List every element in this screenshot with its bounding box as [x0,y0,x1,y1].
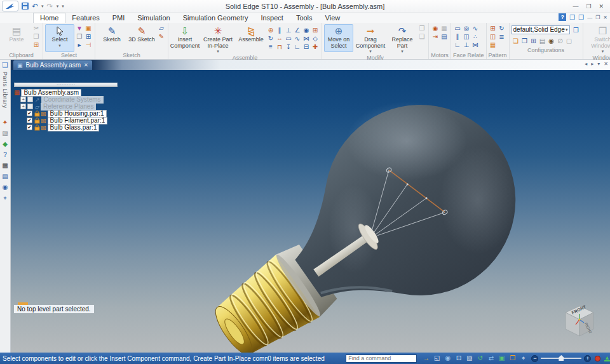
pathfinder-drag-handle[interactable]: ··········· [14,83,118,87]
rendering-icon[interactable]: ▩ [1,162,10,170]
close-button[interactable]: ✕ [599,3,604,10]
save-button[interactable] [22,3,29,10]
angle-face-icon[interactable]: ⊥ [462,41,471,49]
rotate-relation-icon[interactable]: ↻ [266,34,275,43]
bulb-glass-checkbox[interactable]: ✔ [27,125,32,130]
sketch-tools-icon[interactable]: ✎ [157,32,166,41]
parts-library-icon[interactable]: ❏ [2,61,8,69]
tab-view[interactable]: View [319,13,347,23]
document-tab-close-icon[interactable]: ✕ [84,62,88,68]
drag-component-button[interactable]: ➞ Drag Component ▾ [354,24,387,55]
insert-component-button[interactable]: ⇩ Insert Component [170,24,200,52]
tangent-face-icon[interactable]: ∿ [471,24,480,32]
paste-component-icon[interactable]: ⊞ [32,41,41,49]
tree-row-bulb-filament[interactable]: ✔ ▧ Bulb Filament.par:1 [14,117,123,124]
tree-row-bulb-housing[interactable]: ✔ ▧ Bulb Housing.par:1 [14,110,123,117]
parallel-icon[interactable]: ≡ [266,43,275,51]
copy-icon[interactable]: ❐ [32,32,41,41]
configuration-combobox[interactable]: default,Solid Edge ▾ [512,25,570,34]
motor-group-icon[interactable]: ▤ [440,32,449,41]
view-orientation-cube[interactable]: FRONT RIGHT [559,302,600,342]
move-on-select-button[interactable]: ⊕ Move on Select [324,24,353,52]
save-configuration-icon[interactable]: ❒ [572,26,581,34]
window-cascade-icon[interactable]: ❐ [569,14,575,21]
select-grid-icon[interactable]: ⊞ [84,32,93,41]
doc-minimize-button[interactable]: — [587,15,592,20]
circular-pattern-icon[interactable]: ↻ [498,24,506,32]
zoom-icon[interactable]: ◉ [444,354,452,362]
feature-library-icon[interactable]: ✦ [1,119,10,126]
goal-seek-icon[interactable]: ⌖ [1,194,10,202]
symmetric-face-icon[interactable]: ⋈ [471,41,480,49]
linear-motor-icon[interactable]: ⇥ [431,32,440,41]
zoom-out-icon[interactable]: − [531,355,538,362]
window-tile-icon[interactable]: ❐ [578,14,584,21]
activate-part-icon[interactable]: ▸ [75,41,84,49]
planar-icon[interactable]: ▭ [284,34,293,43]
planar-align-icon[interactable]: ⊥ [284,26,293,34]
transfer-icon[interactable]: ❐ [417,24,426,32]
tab-simulation[interactable]: Simulation [131,13,176,23]
save-config-icon[interactable]: ❏ [512,37,520,45]
family-of-parts-icon[interactable]: ▨ [1,130,10,137]
create-part-in-place-button[interactable]: ✳ Create Part In-Place ▾ [200,24,236,55]
redo-dropdown[interactable]: ▾ [57,4,59,9]
perpendicular-face-icon[interactable]: ∟ [453,41,462,49]
pathfinder-root-row[interactable]: ▦ Bulb Assembly.asm [14,89,123,96]
bulb-filament-checkbox[interactable]: ✔ [27,118,32,123]
copy-config-icon[interactable]: ▤ [538,37,547,45]
apply-config-icon[interactable]: ⊞ [529,37,538,45]
tree-row-reference-planes[interactable]: + ▱ Reference Planes [14,103,123,110]
pattern-table-icon[interactable]: ▦ [489,41,498,49]
zones-icon[interactable]: ∅ [556,37,565,45]
gear-relation-icon[interactable]: ⋈ [302,34,311,43]
match-coordinates-icon[interactable]: ⇔ [275,34,284,43]
parts-library-tab[interactable]: Parts Library [2,72,8,109]
reference-planes-checkbox[interactable] [27,104,33,109]
qat-customize-dropdown[interactable]: ▾ [62,4,64,9]
minimize-button[interactable]: — [573,3,578,10]
simulate-motor-icon[interactable]: ▦ [440,24,449,32]
disperse-icon[interactable]: ❏ [417,32,426,41]
fit-icon[interactable]: ⊡ [454,354,463,362]
select-tool-icon[interactable]: ⌖ [519,354,527,362]
restore-button[interactable]: ❐ [586,3,591,10]
new-window-config-icon[interactable]: ❐ [520,37,529,45]
mate-icon[interactable]: ∥ [275,26,284,34]
select-filter-icon[interactable]: ▼ [75,24,84,32]
tab-list-icon[interactable]: ▾ [597,61,600,67]
tab-inspect[interactable]: Inspect [254,13,289,23]
view-orientation-icon[interactable]: ⇄ [487,354,495,362]
select-dropdown[interactable]: ▾ [58,43,61,48]
application-button[interactable] [2,1,18,11]
select-window-icon[interactable]: ❐ [75,32,84,41]
tab-home[interactable]: Home [33,13,65,23]
insert-relation-icon[interactable]: ⊞ [311,26,320,34]
tab-tools[interactable]: Tools [290,13,319,23]
select-component-icon[interactable]: ▣ [84,24,93,32]
sketch-button[interactable]: ✎ Sketch [97,24,126,52]
restore-view-icon[interactable]: ▲ [604,355,610,361]
document-tab[interactable]: ▣ Bulb Assembly.asm ✕ [13,60,92,70]
layers-icon[interactable]: ▤ [1,173,10,180]
rotation-motor-icon[interactable]: ◉ [431,24,440,32]
doc-close-button[interactable]: ✕ [603,15,607,20]
undo-button[interactable]: ↶ [32,3,38,10]
3d-viewport[interactable]: ··········· ▦ Bulb Assembly.asm + ↗ Coor… [11,70,610,353]
replace-part-button[interactable]: ↷ Replace Part ▾ [388,24,417,55]
tab-pmi[interactable]: PMI [106,13,132,23]
redo-button[interactable]: ↷ [47,3,53,10]
concentric-face-icon[interactable]: ◎ [462,24,471,32]
center-plane-icon[interactable]: ⊟ [302,43,311,51]
camera-icon[interactable]: ◉ [547,37,556,45]
mirror-icon[interactable]: ◫ [489,32,498,41]
select-button[interactable]: Select ▾ [45,24,74,52]
help-icon[interactable]: ? [559,13,566,21]
display-config-icon[interactable]: ▢ [565,37,574,45]
sensors-icon[interactable]: ◉ [1,184,10,191]
named-views-icon[interactable]: ▣ [498,354,506,362]
undo-dropdown[interactable]: ▾ [41,4,44,9]
sketch-plane-icon[interactable]: ▱ [157,24,166,32]
offset-face-icon[interactable]: ∴ [471,32,480,41]
refresh-view-icon[interactable]: ↺ [476,354,484,362]
